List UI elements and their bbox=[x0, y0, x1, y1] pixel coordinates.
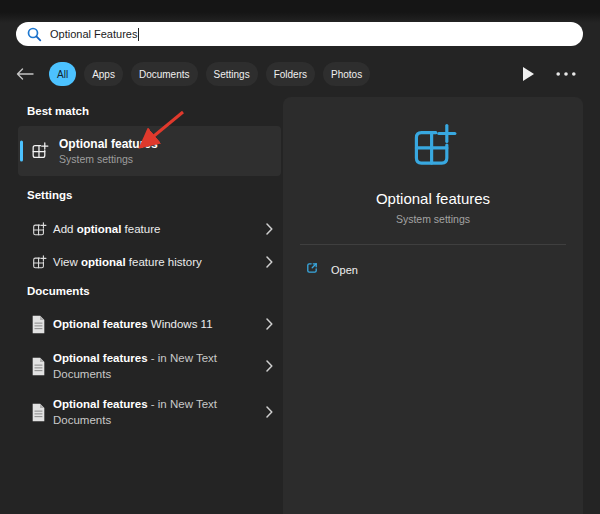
optional-features-large-icon bbox=[408, 123, 458, 174]
best-match-title: Optional features bbox=[59, 137, 158, 151]
search-icon bbox=[27, 27, 42, 42]
result-label: View optional feature history bbox=[53, 254, 251, 270]
chevron-right-icon bbox=[266, 406, 273, 418]
filter-tab-settings[interactable]: Settings bbox=[206, 62, 258, 86]
best-match-subtitle: System settings bbox=[59, 153, 158, 166]
result-document-1[interactable]: Optional features Windows 11 bbox=[16, 307, 281, 341]
filter-tab-photos[interactable]: Photos bbox=[323, 62, 370, 86]
open-external-icon bbox=[305, 261, 319, 279]
optional-features-icon bbox=[31, 255, 47, 270]
open-action[interactable]: Open bbox=[283, 255, 583, 285]
filter-tab-documents[interactable]: Documents bbox=[131, 62, 198, 86]
open-label: Open bbox=[331, 264, 358, 276]
search-bar[interactable]: Optional Features bbox=[16, 22, 583, 46]
optional-features-icon bbox=[30, 142, 49, 160]
text-cursor bbox=[138, 28, 139, 41]
documents-header: Documents bbox=[27, 285, 90, 297]
best-match-header: Best match bbox=[27, 105, 89, 117]
windows-search-flyout: Optional Features All Apps Documents Set… bbox=[0, 0, 600, 514]
back-button[interactable] bbox=[16, 68, 34, 80]
best-match-item[interactable]: Optional features System settings bbox=[18, 126, 281, 176]
selection-accent-bar bbox=[20, 141, 23, 162]
optional-features-icon bbox=[31, 222, 47, 237]
chevron-right-icon bbox=[266, 360, 273, 372]
search-input[interactable]: Optional Features bbox=[50, 28, 137, 40]
filter-row: All Apps Documents Settings Folders Phot… bbox=[16, 61, 584, 87]
preview-subtitle: System settings bbox=[396, 213, 470, 225]
result-label: Optional features - in New Text Document… bbox=[53, 396, 251, 428]
result-label: Optional features Windows 11 bbox=[53, 316, 251, 332]
preview-title: Optional features bbox=[376, 190, 490, 207]
result-add-optional-feature[interactable]: Add optional feature bbox=[16, 213, 281, 245]
preview-panel: Optional features System settings Open bbox=[283, 97, 583, 514]
chevron-right-icon bbox=[266, 223, 273, 235]
result-label: Add optional feature bbox=[53, 221, 251, 237]
divider bbox=[300, 244, 566, 245]
document-icon bbox=[31, 357, 46, 376]
filter-tab-folders[interactable]: Folders bbox=[266, 62, 315, 86]
result-label: Optional features - in New Text Document… bbox=[53, 350, 251, 382]
result-document-2[interactable]: Optional features - in New Text Document… bbox=[16, 344, 281, 388]
document-icon bbox=[31, 315, 46, 334]
chevron-right-icon bbox=[266, 256, 273, 268]
chevron-right-icon bbox=[266, 318, 273, 330]
result-document-3[interactable]: Optional features - in New Text Document… bbox=[16, 390, 281, 434]
play-icon[interactable] bbox=[523, 67, 534, 81]
filter-tab-apps[interactable]: Apps bbox=[84, 62, 123, 86]
settings-header: Settings bbox=[27, 189, 72, 201]
more-options-icon[interactable] bbox=[556, 72, 576, 76]
filter-tab-all[interactable]: All bbox=[49, 62, 76, 86]
result-view-optional-feature-history[interactable]: View optional feature history bbox=[16, 247, 281, 277]
document-icon bbox=[31, 403, 46, 422]
